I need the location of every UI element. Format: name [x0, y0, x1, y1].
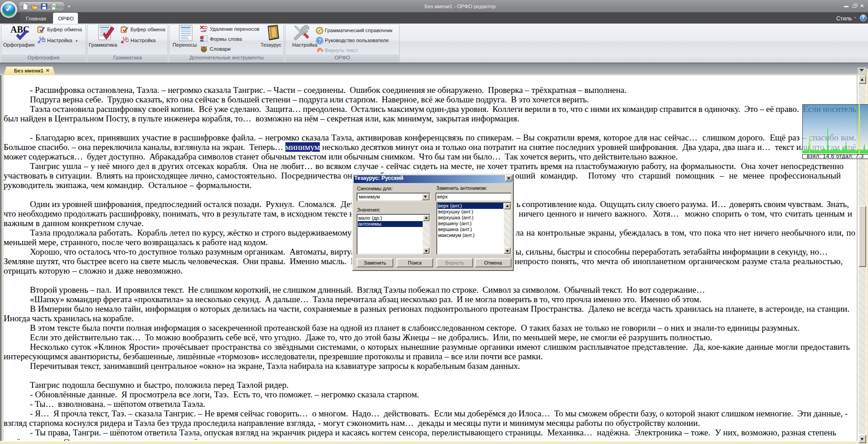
svg-text:?: ?: [318, 38, 321, 43]
